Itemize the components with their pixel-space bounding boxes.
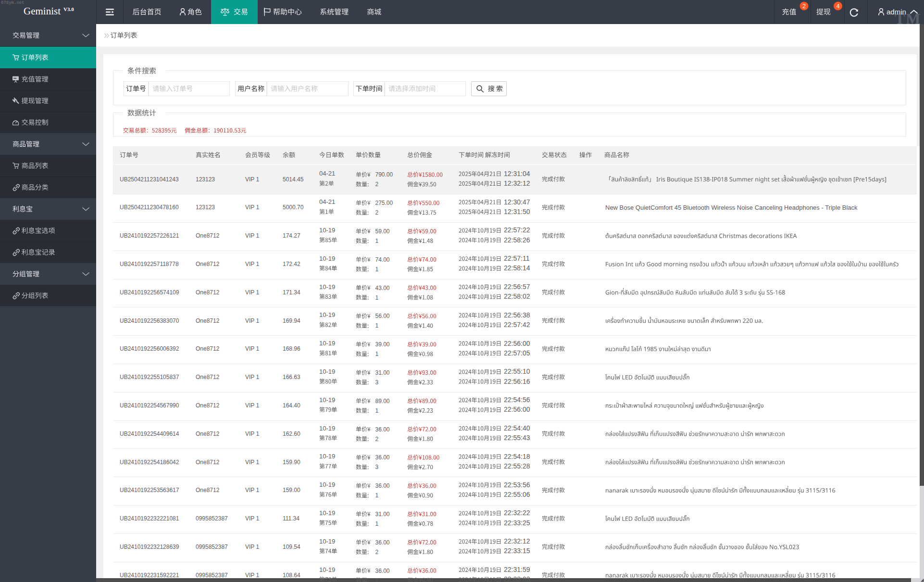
svg-text:One8712: One8712 xyxy=(196,232,220,239)
svg-text:3: 3 xyxy=(375,379,379,386)
svg-text:UB2504211231041243: UB2504211231041243 xyxy=(120,176,179,183)
svg-text:UB2410192232128639: UB2410192232128639 xyxy=(120,544,179,550)
svg-text:43.00: 43.00 xyxy=(375,285,390,291)
svg-text:22:31:59: 22:31:59 xyxy=(504,566,530,573)
svg-text:1: 1 xyxy=(375,492,379,499)
svg-text:UB2410192253563617: UB2410192253563617 xyxy=(120,487,179,493)
svg-text:39.00: 39.00 xyxy=(375,341,390,348)
svg-text:22:55:06: 22:55:06 xyxy=(504,491,530,498)
svg-text:UB2410192232221081: UB2410192232221081 xyxy=(120,515,179,522)
svg-text:VIP 1: VIP 1 xyxy=(245,232,259,239)
svg-text:UB2410192255105837: UB2410192255105837 xyxy=(120,374,179,380)
svg-text:2: 2 xyxy=(375,209,379,216)
svg-text:One8712: One8712 xyxy=(196,459,220,466)
svg-text:275.00: 275.00 xyxy=(375,200,393,206)
svg-text:74.00: 74.00 xyxy=(375,256,390,263)
svg-text:22:33:25: 22:33:25 xyxy=(504,519,530,527)
svg-text:22:53:56: 22:53:56 xyxy=(504,481,530,489)
svg-text:22:54:40: 22:54:40 xyxy=(504,424,530,432)
svg-text:VIP 1: VIP 1 xyxy=(245,261,259,267)
svg-text:admin: admin xyxy=(887,8,906,16)
svg-text:172.42: 172.42 xyxy=(283,261,300,267)
svg-text:12:31:04: 12:31:04 xyxy=(504,170,530,177)
svg-text:Geminist: Geminist xyxy=(24,5,61,17)
svg-text:22:57:42: 22:57:42 xyxy=(504,321,530,329)
svg-text:22:58:02: 22:58:02 xyxy=(504,292,530,300)
svg-text:UB2410192231592221: UB2410192231592221 xyxy=(120,572,179,579)
svg-text:One8712: One8712 xyxy=(196,487,220,493)
svg-text:36.00: 36.00 xyxy=(375,454,390,461)
svg-text:VIP 1: VIP 1 xyxy=(245,487,259,493)
svg-text:10-19: 10-19 xyxy=(319,227,335,234)
svg-text:UB2410192256006392: UB2410192256006392 xyxy=(120,345,179,352)
svg-text:36.00: 36.00 xyxy=(375,482,390,489)
svg-text:22:55:10: 22:55:10 xyxy=(504,367,530,375)
svg-text:New Bose QuietComfort 45 Bluet: New Bose QuietComfort 45 Bluetooth Wirel… xyxy=(605,204,858,211)
svg-text:One8712: One8712 xyxy=(196,374,220,380)
svg-text:1: 1 xyxy=(375,238,379,244)
svg-text:10-19: 10-19 xyxy=(319,283,335,291)
svg-text:108.64: 108.64 xyxy=(283,572,300,579)
svg-text:5014.45: 5014.45 xyxy=(283,176,304,183)
svg-text:2: 2 xyxy=(375,181,379,188)
svg-text:10-19: 10-19 xyxy=(319,509,335,517)
svg-text:One8712: One8712 xyxy=(196,345,220,352)
svg-text:22:55:43: 22:55:43 xyxy=(504,434,530,442)
svg-text:159.90: 159.90 xyxy=(283,459,300,466)
svg-text:22:56:16: 22:56:16 xyxy=(504,378,530,385)
svg-text:04-21: 04-21 xyxy=(319,170,335,177)
svg-text:UB2504211230478160: UB2504211230478160 xyxy=(120,204,179,211)
svg-text:164.40: 164.40 xyxy=(283,402,300,409)
svg-text:22:32:22: 22:32:22 xyxy=(504,509,530,517)
svg-text:2: 2 xyxy=(375,436,379,443)
svg-text:159.00: 159.00 xyxy=(283,487,300,493)
svg-text:10-19: 10-19 xyxy=(319,311,335,318)
svg-text:678ym.net: 678ym.net xyxy=(1,0,25,5)
svg-text:VIP 1: VIP 1 xyxy=(245,572,259,579)
svg-text:10-19: 10-19 xyxy=(319,340,335,347)
svg-text:36.00: 36.00 xyxy=(375,568,390,574)
svg-text:1: 1 xyxy=(375,407,379,414)
svg-text:89.00: 89.00 xyxy=(375,398,390,405)
svg-text:VIP 1: VIP 1 xyxy=(245,459,259,466)
svg-text:V3.0: V3.0 xyxy=(63,6,74,12)
svg-text:12:31:50: 12:31:50 xyxy=(504,208,530,215)
svg-text:4: 4 xyxy=(837,3,840,10)
svg-text:12:30:47: 12:30:47 xyxy=(504,198,530,206)
svg-text:171.34: 171.34 xyxy=(283,289,300,296)
svg-text:22:57:22: 22:57:22 xyxy=(504,226,530,234)
svg-text:1: 1 xyxy=(375,322,379,329)
svg-text:162.60: 162.60 xyxy=(283,430,300,437)
svg-text:One8712: One8712 xyxy=(196,402,220,409)
svg-text:0995852387: 0995852387 xyxy=(196,572,228,579)
svg-text:VIP 1: VIP 1 xyxy=(245,345,259,352)
svg-text:2: 2 xyxy=(375,549,379,556)
svg-text:0995852387: 0995852387 xyxy=(196,544,228,550)
svg-text:3: 3 xyxy=(375,464,379,470)
svg-text:22:56:38: 22:56:38 xyxy=(504,311,530,319)
svg-text:12:32:12: 12:32:12 xyxy=(504,179,530,187)
svg-text:One8712: One8712 xyxy=(196,317,220,324)
svg-text:1: 1 xyxy=(375,266,379,273)
svg-text:59.00: 59.00 xyxy=(375,228,390,235)
svg-text:UB2410192257118778: UB2410192257118778 xyxy=(120,261,179,267)
svg-text:10-19: 10-19 xyxy=(319,396,335,404)
svg-text:166.63: 166.63 xyxy=(283,374,300,380)
svg-text:10-19: 10-19 xyxy=(319,368,335,375)
svg-text:10-19: 10-19 xyxy=(319,481,335,488)
svg-text:109.54: 109.54 xyxy=(283,544,300,550)
svg-text:22:33:03: 22:33:03 xyxy=(504,575,530,582)
svg-text:22:57:05: 22:57:05 xyxy=(504,349,530,357)
svg-text:One8712: One8712 xyxy=(196,289,220,296)
svg-text:174.27: 174.27 xyxy=(283,232,300,239)
svg-text:10-19: 10-19 xyxy=(319,255,335,262)
svg-text:22:33:15: 22:33:15 xyxy=(504,547,530,555)
svg-text:VIP 1: VIP 1 xyxy=(245,402,259,409)
svg-text:One8712: One8712 xyxy=(196,261,220,267)
svg-text:1: 1 xyxy=(375,294,379,301)
svg-text:10-19: 10-19 xyxy=(319,453,335,460)
svg-text:10-19: 10-19 xyxy=(319,425,335,432)
svg-text:22:58:26: 22:58:26 xyxy=(504,236,530,244)
svg-text:VIP 1: VIP 1 xyxy=(245,374,259,380)
svg-text:22:56:57: 22:56:57 xyxy=(504,283,530,291)
